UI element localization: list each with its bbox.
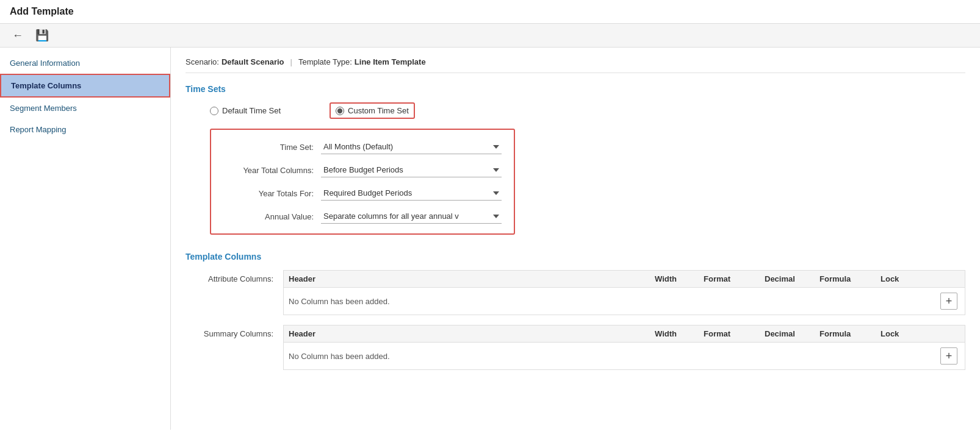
template-type-value: Line Item Template: [355, 57, 426, 66]
scenario-bar: Scenario: Default Scenario | Template Ty…: [186, 57, 965, 73]
scenario-label: Scenario:: [186, 57, 219, 66]
year-total-columns-label: Year Total Columns:: [223, 166, 321, 175]
time-set-row: Time Set: All Months (Default) Custom Mo…: [223, 140, 502, 154]
template-type-label: Template Type:: [298, 57, 352, 66]
sum-col-formula: Formula: [820, 329, 881, 338]
scenario-value: Default Scenario: [222, 57, 284, 66]
page-title: Add Template: [0, 0, 980, 24]
template-columns-section: Template Columns Attribute Columns: Head…: [186, 252, 965, 370]
sum-col-decimal: Decimal: [765, 329, 820, 338]
attribute-columns-table-wrapper: Header Width Format Decimal Formula Lock…: [283, 270, 965, 315]
main-layout: General Information Template Columns Seg…: [0, 48, 980, 430]
attribute-columns-header: Header Width Format Decimal Formula Lock: [284, 271, 965, 288]
sum-col-actions: [929, 329, 960, 338]
attribute-columns-body: No Column has been added. +: [284, 288, 965, 315]
attribute-columns-table: Header Width Format Decimal Formula Lock…: [283, 270, 965, 315]
back-button[interactable]: ←: [10, 28, 26, 43]
sidebar: General Information Template Columns Seg…: [0, 48, 171, 430]
sum-col-format: Format: [704, 329, 765, 338]
toolbar: ← 💾: [0, 24, 980, 48]
add-attribute-column-button[interactable]: +: [940, 293, 957, 310]
attr-col-format: Format: [704, 274, 765, 283]
time-set-select[interactable]: All Months (Default) Custom Monthly Quar…: [321, 140, 502, 154]
sum-col-width: Width: [655, 329, 704, 338]
radio-custom-time-set[interactable]: Custom Time Set: [336, 106, 409, 115]
attr-col-formula: Formula: [820, 274, 881, 283]
year-total-columns-select[interactable]: Before Budget Periods After Budget Perio…: [321, 163, 502, 177]
annual-value-select[interactable]: Separate columns for all year annual v S…: [321, 209, 502, 224]
year-totals-for-row: Year Totals For: Required Budget Periods…: [223, 186, 502, 201]
sidebar-item-general-information[interactable]: General Information: [0, 52, 170, 74]
sidebar-item-template-columns[interactable]: Template Columns: [0, 74, 170, 98]
add-summary-column-button[interactable]: +: [940, 347, 957, 365]
time-set-label: Time Set:: [223, 143, 321, 152]
year-totals-for-select[interactable]: Required Budget Periods All Budget Perio…: [321, 186, 502, 201]
summary-columns-label: Summary Columns:: [186, 326, 283, 338]
attr-col-actions: [929, 274, 960, 283]
sum-col-header: Header: [289, 329, 655, 338]
custom-time-set-box: Custom Time Set: [330, 102, 415, 119]
annual-value-row: Annual Value: Separate columns for all y…: [223, 209, 502, 224]
summary-columns-row: Summary Columns: Header Width Format Dec…: [186, 325, 965, 370]
summary-columns-empty: No Column has been added.: [289, 352, 940, 361]
template-columns-title: Template Columns: [186, 252, 965, 261]
sum-col-lock: Lock: [881, 329, 929, 338]
sidebar-item-segment-members[interactable]: Segment Members: [0, 98, 170, 119]
time-sets-section: Time Sets Default Time Set Custom Time S…: [186, 84, 965, 235]
custom-time-set-form: Time Set: All Months (Default) Custom Mo…: [210, 129, 515, 235]
attr-col-width: Width: [655, 274, 704, 283]
separator: |: [290, 57, 292, 66]
attr-col-header: Header: [289, 274, 655, 283]
radio-default-time-set[interactable]: Default Time Set: [210, 106, 281, 115]
radio-row: Default Time Set Custom Time Set: [186, 102, 965, 119]
attribute-columns-empty: No Column has been added.: [289, 297, 940, 306]
save-button[interactable]: 💾: [33, 27, 51, 43]
summary-columns-table: Header Width Format Decimal Formula Lock…: [283, 325, 965, 370]
content-area: Scenario: Default Scenario | Template Ty…: [171, 48, 980, 430]
attr-col-decimal: Decimal: [765, 274, 820, 283]
summary-columns-table-wrapper: Header Width Format Decimal Formula Lock…: [283, 325, 965, 370]
attribute-columns-label: Attribute Columns:: [186, 271, 283, 283]
summary-columns-header: Header Width Format Decimal Formula Lock: [284, 326, 965, 343]
sidebar-item-report-mapping[interactable]: Report Mapping: [0, 119, 170, 140]
year-total-columns-row: Year Total Columns: Before Budget Period…: [223, 163, 502, 177]
annual-value-label: Annual Value:: [223, 212, 321, 221]
attr-col-lock: Lock: [881, 274, 929, 283]
time-sets-title: Time Sets: [186, 84, 965, 94]
summary-columns-body: No Column has been added. +: [284, 343, 965, 369]
year-totals-for-label: Year Totals For:: [223, 189, 321, 198]
attribute-columns-row: Attribute Columns: Header Width Format D…: [186, 270, 965, 315]
